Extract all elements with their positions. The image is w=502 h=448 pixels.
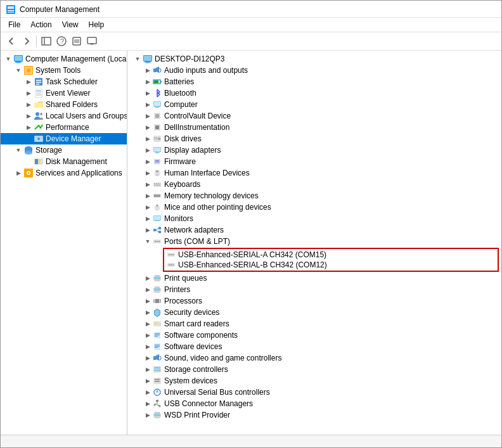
right-bluetooth[interactable]: Bluetooth	[127, 87, 501, 99]
left-disk-management[interactable]: Disk Management	[1, 156, 127, 167]
display-expander[interactable]	[143, 145, 153, 155]
right-software-components[interactable]: Software components	[127, 330, 501, 341]
sound-expander[interactable]	[143, 353, 153, 363]
left-event-viewer[interactable]: Event Viewer	[1, 87, 127, 99]
bluetooth-expander[interactable]	[143, 88, 153, 98]
system-devices-expander[interactable]	[143, 376, 153, 386]
left-local-users[interactable]: Local Users and Groups	[1, 110, 127, 122]
right-dell[interactable]: DellInstrumentation	[127, 122, 501, 133]
left-services-apps[interactable]: Services and Applications	[1, 167, 127, 179]
help-button[interactable]: ?	[55, 34, 68, 48]
right-com12[interactable]: USB-Enhanced-SERIAL-B CH342 (COM12)	[164, 260, 498, 270]
right-usb-connector[interactable]: USB Connector Managers	[127, 398, 501, 409]
properties-button[interactable]	[70, 34, 84, 48]
right-software-devices[interactable]: Software devices	[127, 341, 501, 352]
right-sound[interactable]: Sound, video and game controllers	[127, 352, 501, 364]
right-batteries[interactable]: Batteries	[127, 76, 501, 87]
right-keyboards[interactable]: Keyboards	[127, 179, 501, 190]
network-expander[interactable]	[143, 225, 153, 235]
computer-expander[interactable]	[143, 99, 153, 110]
right-root[interactable]: DESKTOP-DI12QP3	[127, 53, 501, 65]
audio-expander[interactable]	[143, 65, 153, 75]
menu-file[interactable]: File	[3, 19, 25, 30]
left-root-expander[interactable]	[3, 54, 13, 64]
monitor-button[interactable]	[85, 34, 99, 48]
left-shared-folders[interactable]: Shared Folders	[1, 99, 127, 110]
right-system-devices[interactable]: System devices	[127, 375, 501, 387]
left-task-scheduler[interactable]: Task Scheduler	[1, 76, 127, 87]
dell-expander[interactable]	[143, 122, 153, 132]
svg-point-21	[27, 68, 30, 72]
right-printers[interactable]: Printers	[127, 284, 501, 295]
right-storage-controllers[interactable]: Storage controllers	[127, 364, 501, 375]
software-components-expander[interactable]	[143, 330, 153, 340]
right-print-queues[interactable]: Print queues	[127, 272, 501, 284]
controlvault-expander[interactable]	[143, 111, 153, 121]
right-hid[interactable]: Human Interface Devices	[127, 167, 501, 179]
right-monitors[interactable]: Monitors	[127, 213, 501, 224]
security-expander[interactable]	[143, 307, 153, 317]
right-processors[interactable]: Processors	[127, 295, 501, 307]
menu-view[interactable]: View	[57, 19, 84, 30]
title-bar: Computer Management	[1, 1, 501, 18]
hid-expander[interactable]	[143, 168, 153, 178]
left-pane: Computer Management (Local) System Tools	[1, 51, 127, 435]
event-viewer-expander[interactable]	[23, 88, 34, 98]
menu-action[interactable]: Action	[25, 19, 56, 30]
left-performance[interactable]: Performance	[1, 122, 127, 133]
disk-management-icon	[34, 157, 44, 167]
usb-controllers-expander[interactable]	[143, 387, 153, 397]
svg-rect-12	[87, 37, 96, 44]
right-security[interactable]: Security devices	[127, 307, 501, 318]
left-storage[interactable]: Storage	[1, 144, 127, 156]
ports-expander[interactable]	[143, 236, 153, 246]
right-computer[interactable]: Computer	[127, 99, 501, 110]
smart-card-icon	[153, 319, 162, 328]
monitors-expander[interactable]	[143, 214, 153, 224]
right-usb-controllers[interactable]: Universal Serial Bus controllers	[127, 387, 501, 398]
services-apps-expander[interactable]	[13, 168, 23, 178]
storage-expander[interactable]	[13, 145, 23, 155]
performance-expander[interactable]	[23, 122, 34, 132]
right-audio[interactable]: Audio inputs and outputs	[127, 65, 501, 76]
task-scheduler-expander[interactable]	[23, 77, 34, 87]
right-network[interactable]: Network adapters	[127, 224, 501, 236]
wsd-expander[interactable]	[143, 410, 153, 420]
local-users-expander[interactable]	[23, 111, 34, 121]
right-mice[interactable]: Mice and other pointing devices	[127, 202, 501, 213]
right-wsd[interactable]: WSD Print Provider	[127, 409, 501, 421]
keyboards-expander[interactable]	[143, 179, 153, 189]
processors-expander[interactable]	[143, 296, 153, 306]
shared-folders-expander[interactable]	[23, 99, 34, 110]
right-memory[interactable]: Memory technology devices	[127, 190, 501, 202]
left-root[interactable]: Computer Management (Local)	[1, 53, 127, 65]
right-controlvault[interactable]: ControlVault Device	[127, 110, 501, 122]
disk-drives-expander[interactable]	[143, 134, 153, 144]
system-tools-expander[interactable]	[13, 65, 23, 75]
right-display[interactable]: Display adapters	[127, 144, 501, 156]
usb-connector-expander[interactable]	[143, 399, 153, 409]
firmware-expander[interactable]	[143, 157, 153, 167]
left-system-tools[interactable]: System Tools	[1, 65, 127, 76]
storage-controllers-expander[interactable]	[143, 364, 153, 374]
forward-button[interactable]	[20, 34, 34, 48]
right-smart-card[interactable]: Smart card readers	[127, 318, 501, 330]
right-disk-drives[interactable]: Disk drives	[127, 133, 501, 144]
memory-expander[interactable]	[143, 191, 153, 201]
right-firmware[interactable]: Firmware	[127, 156, 501, 167]
show-hide-button[interactable]	[39, 34, 53, 48]
right-com15[interactable]: USB-Enhanced-SERIAL-A CH342 (COM15)	[164, 250, 498, 260]
print-queues-expander[interactable]	[143, 273, 153, 283]
svg-point-110	[171, 254, 172, 255]
software-devices-expander[interactable]	[143, 342, 153, 352]
printers-expander[interactable]	[143, 285, 153, 295]
mice-expander[interactable]	[143, 202, 153, 212]
right-root-expander[interactable]	[132, 54, 143, 64]
right-ports[interactable]: Ports (COM & LPT)	[127, 236, 501, 247]
batteries-expander[interactable]	[143, 77, 153, 87]
menu-help[interactable]: Help	[84, 19, 110, 30]
back-button[interactable]	[4, 34, 18, 48]
left-device-manager[interactable]: Device Manager	[1, 133, 127, 144]
svg-rect-42	[35, 159, 38, 164]
smart-card-expander[interactable]	[143, 319, 153, 329]
